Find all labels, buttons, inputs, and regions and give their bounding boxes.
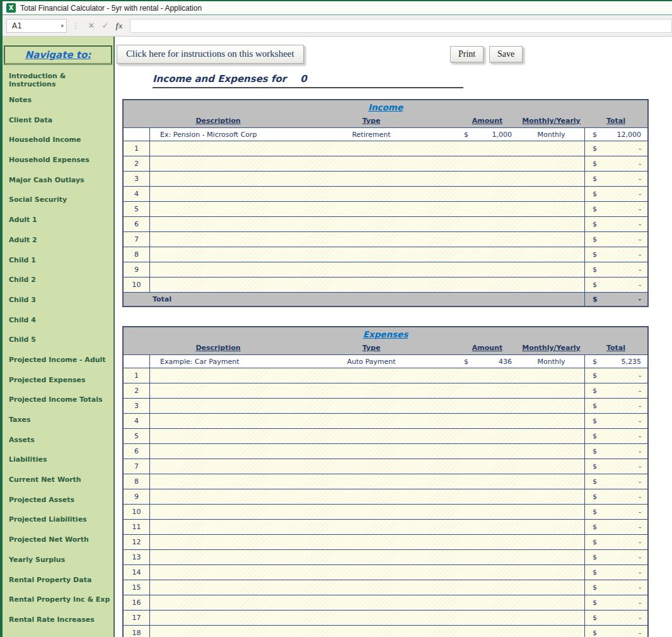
description-cell[interactable] <box>150 580 286 595</box>
sidebar-item-introduction-instructions[interactable]: Introduction & Instructions <box>9 70 113 90</box>
sidebar-item-child-3[interactable]: Child 3 <box>9 290 113 310</box>
description-cell[interactable] <box>150 368 286 383</box>
type-cell[interactable] <box>286 444 456 459</box>
period-cell[interactable] <box>518 156 584 171</box>
period-cell[interactable] <box>518 247 584 262</box>
amount-cell[interactable] <box>456 580 518 595</box>
type-cell[interactable] <box>286 141 456 156</box>
type-cell[interactable] <box>286 217 456 231</box>
sidebar-item-rental-property-inc-exp[interactable]: Rental Property Inc & Exp <box>9 590 113 610</box>
type-cell[interactable] <box>286 550 456 564</box>
period-cell[interactable] <box>518 172 584 186</box>
period-cell[interactable] <box>518 262 584 277</box>
amount-cell[interactable] <box>456 368 518 383</box>
amount-cell[interactable] <box>456 565 518 580</box>
description-cell[interactable] <box>150 187 286 201</box>
sidebar-item-household-expenses[interactable]: Household Expenses <box>9 150 113 170</box>
description-cell[interactable] <box>150 626 286 637</box>
sidebar-item-rental-rate-increases[interactable]: Rental Rate Increases <box>9 610 113 630</box>
type-cell[interactable] <box>286 202 456 216</box>
name-box-dropdown-icon[interactable]: ▾ <box>61 23 64 29</box>
type-cell[interactable] <box>286 262 456 277</box>
amount-cell[interactable] <box>456 444 518 459</box>
print-button[interactable]: Print <box>450 46 484 62</box>
description-cell[interactable] <box>150 202 286 216</box>
amount-cell[interactable] <box>456 535 518 549</box>
description-cell[interactable] <box>150 278 286 292</box>
type-cell[interactable] <box>286 595 456 610</box>
sidebar-item-yearly-surplus[interactable]: Yearly Surplus <box>9 550 113 570</box>
type-cell[interactable] <box>286 414 456 428</box>
type-cell[interactable] <box>286 399 456 413</box>
description-cell[interactable] <box>150 565 286 580</box>
amount-cell[interactable] <box>456 141 518 156</box>
period-cell[interactable] <box>518 187 584 201</box>
type-cell[interactable] <box>286 459 456 474</box>
description-cell[interactable] <box>150 247 286 262</box>
amount-cell[interactable] <box>456 172 518 186</box>
type-cell[interactable] <box>286 429 456 443</box>
sidebar-item-adult-1[interactable]: Adult 1 <box>9 210 113 230</box>
period-cell[interactable] <box>518 505 584 519</box>
amount-cell[interactable] <box>456 247 518 262</box>
sidebar-item-projected-income-adult[interactable]: Projected Income - Adult <box>9 350 113 370</box>
description-cell[interactable] <box>150 489 286 504</box>
amount-cell[interactable] <box>456 626 518 637</box>
sidebar-item-child-2[interactable]: Child 2 <box>9 270 113 290</box>
sidebar-item-liabilities[interactable]: Liabilities <box>9 450 113 470</box>
period-cell[interactable] <box>518 141 584 156</box>
period-cell[interactable] <box>518 580 584 595</box>
formula-input[interactable] <box>130 19 672 33</box>
description-cell[interactable] <box>150 156 286 171</box>
description-cell[interactable] <box>150 535 286 549</box>
description-cell[interactable] <box>150 520 286 534</box>
period-cell[interactable] <box>518 520 584 534</box>
period-cell[interactable] <box>518 474 584 489</box>
period-cell[interactable] <box>518 611 584 625</box>
amount-cell[interactable] <box>456 156 518 171</box>
sidebar-item-notes[interactable]: Notes <box>9 90 113 110</box>
period-cell[interactable] <box>518 535 584 549</box>
save-button[interactable]: Save <box>489 46 523 62</box>
sidebar-item-current-net-worth[interactable]: Current Net Worth <box>9 470 113 490</box>
amount-cell[interactable] <box>456 429 518 443</box>
amount-cell[interactable] <box>456 611 518 625</box>
period-cell[interactable] <box>518 595 584 610</box>
sidebar-item-household-income[interactable]: Household Income <box>9 130 113 150</box>
description-cell[interactable] <box>150 595 286 610</box>
type-cell[interactable] <box>286 172 456 186</box>
sidebar-item-assets[interactable]: Assets <box>9 430 113 450</box>
description-cell[interactable] <box>150 399 286 413</box>
sidebar-item-projected-expenses[interactable]: Projected Expenses <box>9 370 113 390</box>
description-cell[interactable] <box>150 217 286 231</box>
period-cell[interactable] <box>518 429 584 443</box>
sidebar-item-projected-net-worth[interactable]: Projected Net Worth <box>9 530 113 550</box>
type-cell[interactable] <box>286 565 456 580</box>
amount-cell[interactable] <box>456 262 518 277</box>
type-cell[interactable] <box>286 278 456 292</box>
description-cell[interactable] <box>150 383 286 398</box>
type-cell[interactable] <box>286 611 456 625</box>
period-cell[interactable] <box>518 278 584 292</box>
period-cell[interactable] <box>518 626 584 637</box>
sidebar-item-adult-2[interactable]: Adult 2 <box>9 230 113 250</box>
enter-icon[interactable]: ✓ <box>98 21 112 30</box>
period-cell[interactable] <box>518 399 584 413</box>
period-cell[interactable] <box>518 232 584 247</box>
cancel-icon[interactable]: ✕ <box>84 21 98 30</box>
description-cell[interactable] <box>150 429 286 443</box>
period-cell[interactable] <box>518 444 584 459</box>
description-cell[interactable] <box>150 550 286 564</box>
sidebar-item-client-data[interactable]: Client Data <box>9 110 113 130</box>
type-cell[interactable] <box>286 626 456 637</box>
description-cell[interactable] <box>150 474 286 489</box>
sidebar-item-projected-income-totals[interactable]: Projected Income Totals <box>9 390 113 410</box>
period-cell[interactable] <box>518 202 584 216</box>
amount-cell[interactable] <box>456 474 518 489</box>
amount-cell[interactable] <box>456 232 518 247</box>
sidebar-item-child-5[interactable]: Child 5 <box>9 330 113 350</box>
instructions-button[interactable]: Click here for instructions on this work… <box>117 45 304 64</box>
type-cell[interactable] <box>286 474 456 489</box>
amount-cell[interactable] <box>456 202 518 216</box>
type-cell[interactable] <box>286 535 456 549</box>
